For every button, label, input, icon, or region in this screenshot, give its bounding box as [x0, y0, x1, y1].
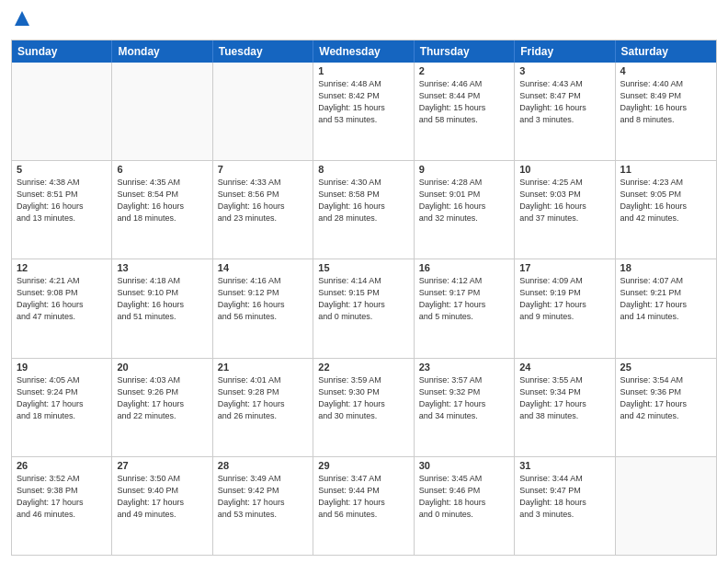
- week-row-4: 26Sunrise: 3:52 AM Sunset: 9:38 PM Dayli…: [12, 457, 716, 555]
- cell-info: Sunrise: 3:59 AM Sunset: 9:30 PM Dayligh…: [318, 374, 408, 422]
- day-cell-3: 3Sunrise: 4:43 AM Sunset: 8:47 PM Daylig…: [515, 63, 615, 160]
- header-cell-wednesday: Wednesday: [313, 40, 414, 63]
- cell-info: Sunrise: 4:18 AM Sunset: 9:10 PM Dayligh…: [117, 275, 207, 323]
- cell-info: Sunrise: 3:54 AM Sunset: 9:36 PM Dayligh…: [620, 374, 711, 422]
- day-cell-2: 2Sunrise: 4:46 AM Sunset: 8:44 PM Daylig…: [415, 63, 515, 160]
- cell-info: Sunrise: 4:28 AM Sunset: 9:01 PM Dayligh…: [419, 177, 509, 224]
- cell-info: Sunrise: 4:33 AM Sunset: 8:56 PM Dayligh…: [218, 177, 308, 224]
- day-cell-30: 30Sunrise: 3:45 AM Sunset: 9:46 PM Dayli…: [415, 457, 515, 555]
- cell-info: Sunrise: 4:21 AM Sunset: 9:08 PM Dayligh…: [17, 275, 107, 323]
- empty-cell: [616, 457, 716, 555]
- day-cell-24: 24Sunrise: 3:55 AM Sunset: 9:34 PM Dayli…: [515, 359, 615, 456]
- cell-info: Sunrise: 4:14 AM Sunset: 9:15 PM Dayligh…: [318, 275, 408, 323]
- day-number: 15: [318, 262, 408, 273]
- empty-cell: [112, 63, 212, 160]
- week-row-0: 1Sunrise: 4:48 AM Sunset: 8:42 PM Daylig…: [12, 63, 716, 161]
- day-cell-13: 13Sunrise: 4:18 AM Sunset: 9:10 PM Dayli…: [112, 259, 212, 357]
- header-cell-monday: Monday: [112, 40, 212, 63]
- day-cell-10: 10Sunrise: 4:25 AM Sunset: 9:03 PM Dayli…: [515, 161, 615, 259]
- day-number: 8: [318, 164, 408, 175]
- day-number: 16: [419, 262, 509, 273]
- header: [11, 9, 717, 32]
- day-number: 27: [117, 460, 207, 471]
- cell-info: Sunrise: 4:30 AM Sunset: 8:58 PM Dayligh…: [318, 177, 408, 224]
- calendar: SundayMondayTuesdayWednesdayThursdayFrid…: [11, 40, 717, 556]
- day-number: 23: [419, 362, 509, 373]
- day-number: 9: [419, 164, 509, 175]
- day-cell-20: 20Sunrise: 4:03 AM Sunset: 9:26 PM Dayli…: [112, 359, 212, 456]
- header-cell-thursday: Thursday: [415, 40, 515, 63]
- day-number: 7: [218, 164, 308, 175]
- cell-info: Sunrise: 4:43 AM Sunset: 8:47 PM Dayligh…: [519, 78, 609, 126]
- day-cell-11: 11Sunrise: 4:23 AM Sunset: 9:05 PM Dayli…: [616, 161, 716, 259]
- day-cell-31: 31Sunrise: 3:44 AM Sunset: 9:47 PM Dayli…: [515, 457, 615, 555]
- day-number: 1: [318, 65, 408, 76]
- cell-info: Sunrise: 4:07 AM Sunset: 9:21 PM Dayligh…: [620, 275, 711, 323]
- day-number: 22: [318, 362, 408, 373]
- cell-info: Sunrise: 4:40 AM Sunset: 8:49 PM Dayligh…: [620, 78, 711, 126]
- day-cell-6: 6Sunrise: 4:35 AM Sunset: 8:54 PM Daylig…: [112, 161, 212, 259]
- cell-info: Sunrise: 3:45 AM Sunset: 9:46 PM Dayligh…: [419, 473, 509, 521]
- calendar-header: SundayMondayTuesdayWednesdayThursdayFrid…: [12, 40, 716, 63]
- day-number: 20: [117, 362, 207, 373]
- day-number: 17: [519, 262, 609, 273]
- header-cell-saturday: Saturday: [616, 40, 716, 63]
- logo: [11, 9, 31, 32]
- day-cell-19: 19Sunrise: 4:05 AM Sunset: 9:24 PM Dayli…: [12, 359, 112, 456]
- day-number: 10: [519, 164, 609, 175]
- day-number: 13: [117, 262, 207, 273]
- day-number: 4: [620, 65, 711, 76]
- day-cell-1: 1Sunrise: 4:48 AM Sunset: 8:42 PM Daylig…: [313, 63, 414, 160]
- day-cell-26: 26Sunrise: 3:52 AM Sunset: 9:38 PM Dayli…: [12, 457, 112, 555]
- day-number: 2: [419, 65, 509, 76]
- cell-info: Sunrise: 4:05 AM Sunset: 9:24 PM Dayligh…: [17, 374, 107, 422]
- header-cell-friday: Friday: [515, 40, 615, 63]
- day-cell-23: 23Sunrise: 3:57 AM Sunset: 9:32 PM Dayli…: [415, 359, 515, 456]
- week-row-3: 19Sunrise: 4:05 AM Sunset: 9:24 PM Dayli…: [12, 359, 716, 457]
- day-number: 5: [17, 164, 107, 175]
- cell-info: Sunrise: 3:57 AM Sunset: 9:32 PM Dayligh…: [419, 374, 509, 422]
- cell-info: Sunrise: 4:01 AM Sunset: 9:28 PM Dayligh…: [218, 374, 308, 422]
- empty-cell: [213, 63, 313, 160]
- day-number: 12: [17, 262, 107, 273]
- week-row-1: 5Sunrise: 4:38 AM Sunset: 8:51 PM Daylig…: [12, 161, 716, 259]
- day-cell-14: 14Sunrise: 4:16 AM Sunset: 9:12 PM Dayli…: [213, 259, 313, 357]
- cell-info: Sunrise: 4:48 AM Sunset: 8:42 PM Dayligh…: [318, 78, 408, 126]
- day-cell-17: 17Sunrise: 4:09 AM Sunset: 9:19 PM Dayli…: [515, 259, 615, 357]
- day-cell-12: 12Sunrise: 4:21 AM Sunset: 9:08 PM Dayli…: [12, 259, 112, 357]
- page: SundayMondayTuesdayWednesdayThursdayFrid…: [0, 0, 728, 563]
- header-cell-sunday: Sunday: [12, 40, 112, 63]
- day-cell-21: 21Sunrise: 4:01 AM Sunset: 9:28 PM Dayli…: [213, 359, 313, 456]
- cell-info: Sunrise: 3:52 AM Sunset: 9:38 PM Dayligh…: [17, 473, 107, 521]
- day-number: 28: [218, 460, 308, 471]
- day-cell-15: 15Sunrise: 4:14 AM Sunset: 9:15 PM Dayli…: [313, 259, 414, 357]
- day-number: 14: [218, 262, 308, 273]
- cell-info: Sunrise: 4:03 AM Sunset: 9:26 PM Dayligh…: [117, 374, 207, 422]
- day-number: 30: [419, 460, 509, 471]
- week-row-2: 12Sunrise: 4:21 AM Sunset: 9:08 PM Dayli…: [12, 259, 716, 358]
- day-number: 18: [620, 262, 711, 273]
- cell-info: Sunrise: 4:35 AM Sunset: 8:54 PM Dayligh…: [117, 177, 207, 224]
- cell-info: Sunrise: 3:44 AM Sunset: 9:47 PM Dayligh…: [519, 473, 609, 521]
- day-number: 25: [620, 362, 711, 373]
- day-number: 11: [620, 164, 711, 175]
- cell-info: Sunrise: 4:25 AM Sunset: 9:03 PM Dayligh…: [519, 177, 609, 224]
- cell-info: Sunrise: 4:09 AM Sunset: 9:19 PM Dayligh…: [519, 275, 609, 323]
- day-cell-22: 22Sunrise: 3:59 AM Sunset: 9:30 PM Dayli…: [313, 359, 414, 456]
- day-cell-5: 5Sunrise: 4:38 AM Sunset: 8:51 PM Daylig…: [12, 161, 112, 259]
- day-number: 26: [17, 460, 107, 471]
- cell-info: Sunrise: 4:38 AM Sunset: 8:51 PM Dayligh…: [17, 177, 107, 224]
- day-number: 31: [519, 460, 609, 471]
- day-cell-7: 7Sunrise: 4:33 AM Sunset: 8:56 PM Daylig…: [213, 161, 313, 259]
- logo-icon: [13, 9, 31, 28]
- cell-info: Sunrise: 3:50 AM Sunset: 9:40 PM Dayligh…: [117, 473, 207, 521]
- day-cell-9: 9Sunrise: 4:28 AM Sunset: 9:01 PM Daylig…: [415, 161, 515, 259]
- header-cell-tuesday: Tuesday: [213, 40, 313, 63]
- day-cell-29: 29Sunrise: 3:47 AM Sunset: 9:44 PM Dayli…: [313, 457, 414, 555]
- day-cell-16: 16Sunrise: 4:12 AM Sunset: 9:17 PM Dayli…: [415, 259, 515, 357]
- day-cell-4: 4Sunrise: 4:40 AM Sunset: 8:49 PM Daylig…: [616, 63, 716, 160]
- cell-info: Sunrise: 4:12 AM Sunset: 9:17 PM Dayligh…: [419, 275, 509, 323]
- cell-info: Sunrise: 4:46 AM Sunset: 8:44 PM Dayligh…: [419, 78, 509, 126]
- day-number: 19: [17, 362, 107, 373]
- svg-marker-0: [15, 11, 29, 26]
